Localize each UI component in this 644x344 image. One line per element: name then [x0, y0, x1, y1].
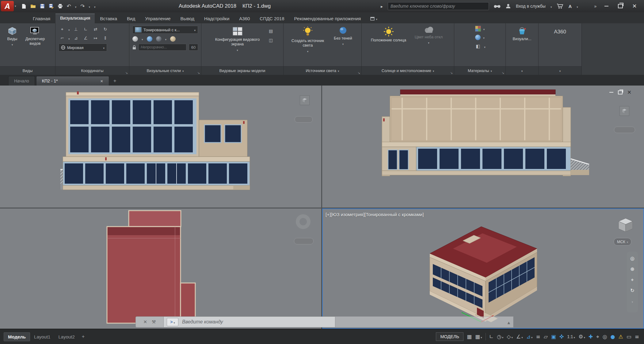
- tab-output[interactable]: Вывод: [176, 14, 199, 23]
- material-browser-dropdown-icon[interactable]: [483, 26, 485, 32]
- layout-tab-layout1[interactable]: Layout1: [30, 333, 54, 341]
- edge-style-icon[interactable]: [156, 36, 162, 42]
- save-as-icon[interactable]: [49, 4, 54, 9]
- sun-panel-arrow-icon[interactable]: [433, 68, 434, 73]
- tab-spds[interactable]: СПДС 2018: [255, 14, 289, 23]
- isodraft-dropdown-icon[interactable]: [511, 334, 513, 340]
- lineweight-icon[interactable]: ≡: [536, 334, 540, 340]
- search-input[interactable]: [388, 2, 489, 10]
- communication-center-icon[interactable]: A: [568, 4, 572, 9]
- snap-mode-icon[interactable]: ▦: [475, 334, 482, 340]
- polar-tracking-icon[interactable]: ◷: [497, 334, 503, 340]
- ortho-mode-icon[interactable]: ∟: [489, 334, 493, 340]
- communication-dropdown-icon[interactable]: [577, 3, 578, 9]
- system-variable-monitor-icon[interactable]: ⚠: [618, 334, 623, 340]
- command-prompt-icon[interactable]: [167, 318, 178, 326]
- customization-menu-icon[interactable]: ≡: [635, 334, 639, 340]
- visual-style-dropdown[interactable]: Тонированный с к...: [132, 26, 198, 34]
- panel-title-a360[interactable]: [539, 66, 581, 75]
- viewcube-home-pill[interactable]: [295, 116, 313, 123]
- named-viewports-icon[interactable]: [267, 28, 275, 34]
- application-menu-arrow-icon[interactable]: [15, 5, 16, 8]
- ucs-previous-icon[interactable]: [92, 26, 99, 32]
- viewport-label[interactable]: [+][ЮЗ изометрия][Тонированный с кромкам…: [326, 212, 424, 217]
- sky-color-button[interactable]: Цвет неба откл: [411, 26, 447, 46]
- viewcube-home-pill[interactable]: [294, 238, 314, 244]
- ucs-face-icon[interactable]: [59, 35, 66, 41]
- attach-material-icon[interactable]: [474, 43, 482, 50]
- drawing-restore-icon[interactable]: [618, 90, 623, 94]
- isolate-objects-icon[interactable]: ◎: [603, 334, 607, 340]
- drawing-tab-close-icon[interactable]: [100, 78, 103, 83]
- search-arrow-icon[interactable]: [381, 3, 383, 9]
- opacity-value[interactable]: 60: [189, 44, 198, 51]
- grid-display-icon[interactable]: ▦: [467, 334, 472, 340]
- object-snap-icon[interactable]: ⊿: [526, 334, 533, 340]
- panel-title-views[interactable]: Виды: [0, 66, 55, 75]
- object-snap-tracking-icon[interactable]: ∠: [516, 334, 523, 340]
- open-file-icon[interactable]: [30, 4, 36, 9]
- viewcube-mini-icon[interactable]: [619, 106, 629, 116]
- tab-manage[interactable]: Управление: [140, 14, 175, 23]
- material-mapping-dropdown-icon[interactable]: [483, 34, 485, 40]
- viewcube-icon[interactable]: [617, 216, 635, 234]
- render-button[interactable]: Визуали...: [511, 26, 532, 42]
- view-manager-button[interactable]: Диспетчер видов: [21, 26, 49, 47]
- viewport-bottom-left[interactable]: [0, 208, 321, 329]
- annotation-scale-button[interactable]: 1:1: [567, 334, 575, 340]
- ucs-icon[interactable]: [59, 26, 66, 32]
- signin-label[interactable]: Вход в службы: [516, 4, 546, 9]
- shadow-style-icon[interactable]: [147, 36, 152, 42]
- viewcube-mini-icon[interactable]: [300, 95, 310, 105]
- face-style-dropdown-icon[interactable]: [142, 36, 143, 42]
- lights-panel-arrow-icon[interactable]: [338, 68, 339, 73]
- full-navigation-wheel-icon[interactable]: ◎: [630, 255, 634, 261]
- redo-icon[interactable]: ↷: [80, 3, 85, 9]
- panel-title-sun-location[interactable]: Солнце и местоположение: [362, 66, 454, 75]
- tab-visualize[interactable]: Визуализация: [55, 13, 95, 23]
- annotation-scale-dropdown-icon[interactable]: [574, 334, 575, 340]
- orbit-icon[interactable]: ↻: [630, 288, 634, 293]
- clean-screen-icon[interactable]: ▭: [627, 334, 631, 340]
- search-binoculars-icon[interactable]: [494, 4, 501, 8]
- edge-style-dropdown-icon[interactable]: [165, 36, 167, 42]
- drawing-minimize-icon[interactable]: [609, 92, 613, 93]
- command-history-toggle-icon[interactable]: [508, 319, 510, 325]
- viewport-top-right[interactable]: ✕: [322, 86, 644, 208]
- annotation-visibility-icon[interactable]: ✜: [559, 334, 564, 340]
- attach-material-dropdown-icon[interactable]: [484, 44, 486, 49]
- toolbar-overflow-icon[interactable]: [583, 3, 597, 9]
- opacity-lock-icon[interactable]: [132, 45, 136, 50]
- ucs-rotate-icon[interactable]: [102, 26, 109, 32]
- command-line-grip[interactable]: ✕: [135, 316, 164, 327]
- tab-home[interactable]: Главная: [28, 14, 55, 23]
- ucs-z-icon[interactable]: [102, 35, 109, 41]
- ucs-x-icon[interactable]: [92, 35, 99, 41]
- visual-styles-dialog-launcher-icon[interactable]: [197, 71, 200, 75]
- new-file-icon[interactable]: [21, 4, 26, 9]
- panel-title-materials[interactable]: Материалы: [454, 66, 505, 75]
- isometric-drafting-icon[interactable]: ◇: [507, 334, 513, 340]
- visual-styles-panel-arrow-icon[interactable]: [182, 68, 184, 73]
- ribbon-display-toggle[interactable]: [370, 14, 377, 23]
- viewcube-home-pill[interactable]: [614, 127, 635, 133]
- redo-dropdown-icon[interactable]: [89, 3, 90, 9]
- plot-icon[interactable]: [58, 4, 63, 9]
- viewport-bottom-right[interactable]: [+][ЮЗ изометрия][Тонированный с кромкам…: [322, 208, 644, 329]
- panel-title-model-viewports[interactable]: Видовые экраны модели: [201, 66, 283, 75]
- viewport-configuration-button[interactable]: Конфигурация видового экрана: [210, 26, 265, 53]
- ucs-origin-icon[interactable]: [82, 26, 90, 32]
- materials-dialog-launcher-icon[interactable]: [502, 71, 504, 75]
- snap-dropdown-icon[interactable]: [481, 334, 482, 340]
- face-style-icon[interactable]: [132, 36, 138, 42]
- ucs-named-dropdown[interactable]: Мировая: [59, 44, 107, 52]
- close-button[interactable]: ✕: [630, 2, 639, 11]
- selection-cycling-icon[interactable]: ▣: [551, 334, 556, 340]
- restore-button[interactable]: [616, 2, 625, 11]
- command-close-icon[interactable]: ✕: [143, 319, 147, 325]
- create-light-button[interactable]: Создать источник света: [288, 26, 327, 54]
- viewcube-ucs-pill[interactable]: МСК: [614, 238, 631, 246]
- new-drawing-tab-button[interactable]: +: [110, 76, 120, 86]
- layout-tab-layout2[interactable]: Layout2: [54, 333, 78, 341]
- ucs-object-icon[interactable]: [72, 35, 80, 41]
